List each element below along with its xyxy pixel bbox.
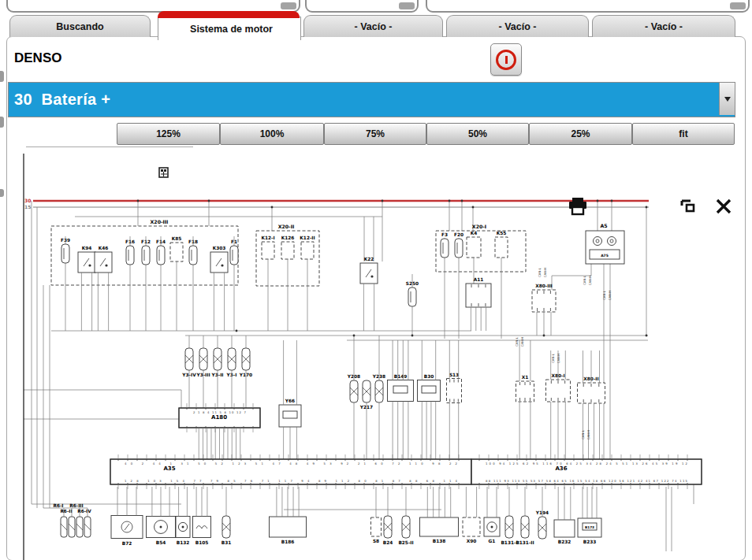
svg-text:Y217: Y217: [359, 405, 373, 410]
component-Y3-III: Y3-III: [195, 348, 210, 377]
left-edge-mark: [0, 189, 4, 197]
svg-text:K303: K303: [213, 246, 226, 250]
divider: [26, 146, 193, 147]
component-B30: B30: [418, 374, 441, 402]
can-bus-label: CAN-L: [583, 275, 586, 284]
zoom-button-fit[interactable]: fit: [632, 123, 735, 145]
zoom-button-25pct[interactable]: 25%: [529, 123, 632, 145]
can-bus-label: CAN-H: [588, 276, 592, 285]
tab-label: Sistema de motor: [190, 24, 273, 35]
scroll-thumb-icon[interactable]: [730, 2, 746, 9]
svg-text:R6-II: R6-II: [60, 509, 72, 514]
component-Y3-I: Y3-I: [226, 348, 237, 377]
svg-text:B232: B232: [558, 540, 571, 544]
component-Y194: Y194: [535, 510, 549, 539]
component-X80-III: X80-III: [532, 284, 556, 312]
component-B232: B232: [554, 520, 575, 544]
component-B186: B186: [270, 517, 307, 544]
tab-vac-o[interactable]: - Vacío -: [446, 15, 589, 37]
can-bus-label: CAN-H: [608, 291, 612, 300]
tab-vac-o[interactable]: - Vacío -: [303, 15, 443, 37]
restore-window-button[interactable]: [679, 49, 697, 65]
component-K55: K55: [495, 231, 508, 258]
svg-text:K55: K55: [497, 231, 507, 235]
scroll-thumb-icon[interactable]: [281, 2, 296, 9]
svg-text:A180: A180: [211, 414, 227, 421]
zoom-button-100pct[interactable]: 100%: [220, 123, 324, 145]
can-bus-label: CAN-H: [543, 268, 547, 277]
svg-text:100 94 125 62 95 116 70 64 25: 100 94 125 62 95 116 70 64 25 34 28 24 5…: [486, 462, 688, 465]
svg-text:B25-II: B25-II: [398, 540, 413, 545]
component-Y238: Y238: [372, 374, 385, 402]
svg-text:K46: K46: [99, 246, 109, 250]
close-button[interactable]: [714, 47, 735, 68]
dropdown-remnant-3[interactable]: [426, 0, 750, 13]
component-B54: B54: [147, 517, 176, 545]
svg-text:A35: A35: [163, 465, 175, 472]
component-K22: K22: [360, 257, 378, 284]
svg-text:B233: B233: [583, 540, 597, 544]
tab-sistema-de-motor[interactable]: Sistema de motor: [158, 17, 301, 40]
zoom-button-75pct[interactable]: 75%: [324, 123, 426, 145]
svg-text:Y3-II: Y3-II: [211, 373, 224, 377]
can-bus-label: CAN-L: [515, 336, 519, 346]
svg-text:X90: X90: [467, 539, 477, 543]
component-X1: X1: [516, 375, 534, 402]
component-G1: G1: [484, 517, 500, 543]
print-button[interactable]: [568, 47, 591, 69]
component-B233: B173B233: [578, 518, 601, 544]
zoom-button-125pct[interactable]: 125%: [117, 123, 220, 145]
svg-text:15: 15: [24, 204, 31, 210]
component-K85: K85: [170, 236, 183, 261]
can-bus-label: CAN-L: [602, 290, 606, 299]
wiring-diagram: 3015X20-IIIX20-IIX20-IA5A75F39K94K46F16F…: [0, 150, 752, 560]
component-K12-I: K12-I: [261, 235, 274, 259]
component-X90: X90: [463, 517, 480, 543]
svg-text:S13: S13: [449, 373, 459, 377]
component-B132: B132: [176, 517, 190, 545]
left-edge-mark: [0, 117, 4, 128]
component-Y217: Y217: [359, 380, 373, 410]
svg-text:B31: B31: [222, 540, 232, 545]
svg-text:X20-II: X20-II: [278, 224, 295, 229]
component-S8: S8: [371, 517, 382, 543]
svg-text:X20-III: X20-III: [151, 219, 169, 224]
svg-text:B54: B54: [156, 540, 166, 545]
diagram-box-A5: A5A75: [586, 223, 624, 264]
dropdown-remnant-2[interactable]: [305, 0, 419, 13]
svg-text:B138: B138: [433, 539, 446, 543]
tab-label: - Vacío -: [499, 21, 537, 32]
tab-label: - Vacío -: [645, 21, 683, 32]
component-B131-II: B131-II: [516, 516, 534, 545]
svg-text:F20: F20: [454, 232, 463, 237]
svg-text:B24: B24: [383, 540, 393, 545]
svg-text:30: 30: [24, 198, 31, 203]
component-B149: B149: [388, 374, 414, 402]
svg-text:Y238: Y238: [372, 374, 385, 379]
can-bus-label: CAN-H: [586, 430, 590, 439]
info-icon: [496, 50, 516, 70]
dropdown-arrow-button[interactable]: [719, 83, 735, 115]
svg-text:K12-I: K12-I: [261, 235, 274, 240]
svg-text:B173: B173: [585, 525, 594, 529]
component-A35: 40 2 44 1 31 50 52 123 51 47 48 49 53 92…: [110, 454, 471, 489]
svg-text:Y170: Y170: [239, 373, 252, 377]
zoom-button-50pct[interactable]: 50%: [426, 123, 529, 145]
tab-vac-o[interactable]: - Vacío -: [592, 15, 735, 37]
component-A11: A11: [466, 277, 491, 307]
tab-buscando[interactable]: Buscando: [9, 15, 151, 37]
component-S13: S13: [447, 373, 462, 403]
wire-selector-dropdown[interactable]: 30 Batería +: [8, 82, 735, 117]
can-bus-label: CAN-L: [538, 267, 542, 276]
svg-text:B72: B72: [122, 541, 132, 546]
component-B72: B72: [111, 516, 143, 546]
svg-text:K94: K94: [82, 246, 92, 250]
svg-text:G1: G1: [489, 539, 496, 543]
svg-text:X80-III: X80-III: [535, 284, 552, 288]
svg-text:B132: B132: [177, 540, 190, 545]
info-button[interactable]: [490, 43, 522, 76]
component-B31: B31: [222, 516, 232, 545]
scroll-thumb-icon[interactable]: [399, 2, 415, 9]
svg-text:Y208: Y208: [347, 374, 360, 379]
svg-text:K22: K22: [364, 257, 374, 261]
